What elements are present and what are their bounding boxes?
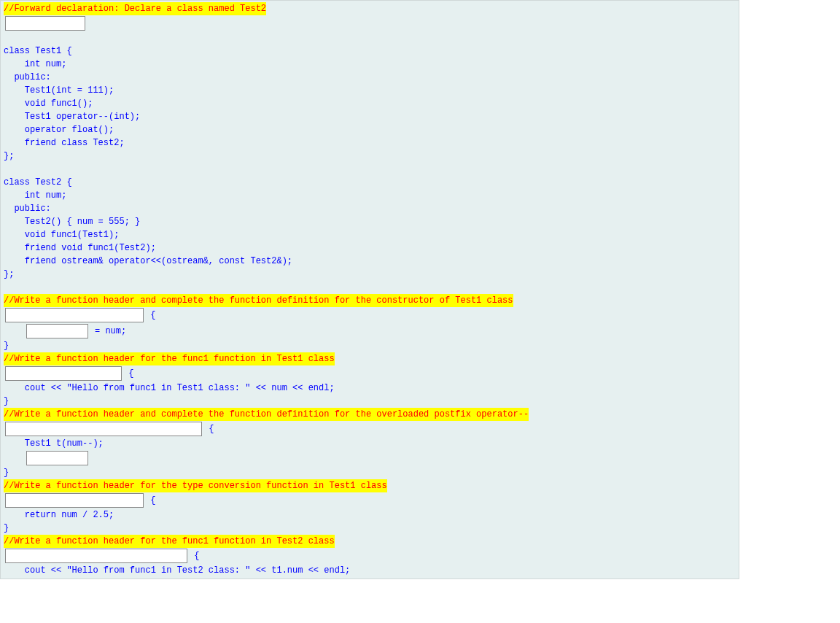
input-func1-test1-header[interactable]: [5, 366, 122, 381]
code-line: operator float();: [4, 123, 114, 136]
code-line: int num;: [4, 189, 66, 202]
code-text: {: [123, 367, 133, 380]
comment-forward-decl: //Forward declaration: Declare a class n…: [4, 2, 266, 15]
code-line: class Test1 {: [4, 44, 72, 58]
code-line: friend ostream& operator<<(ostream&, con…: [4, 255, 292, 268]
code-line: public:: [4, 202, 51, 215]
comment-postfix: //Write a function header and complete t…: [4, 408, 529, 421]
code-text: {: [145, 494, 155, 507]
code-text: {: [189, 549, 199, 562]
input-typeconv-header[interactable]: [5, 493, 144, 508]
input-constructor-body[interactable]: [26, 324, 88, 338]
code-line: void func1(Test1);: [4, 228, 119, 241]
code-line: friend void func1(Test2);: [4, 241, 156, 255]
comment-constructor: //Write a function header and complete t…: [4, 294, 513, 307]
code-line: }: [4, 339, 9, 352]
code-line: Test1(int = 111);: [4, 84, 114, 97]
input-forward-decl[interactable]: [5, 16, 85, 31]
code-line: }: [4, 522, 9, 535]
code-line: };: [4, 268, 14, 281]
code-line: }: [4, 395, 9, 408]
code-line: }: [4, 466, 9, 479]
code-line: class Test2 {: [4, 176, 72, 189]
code-line: Test1 t(num--);: [4, 437, 104, 450]
code-block: //Forward declaration: Declare a class n…: [0, 0, 739, 579]
code-line: void func1();: [4, 97, 93, 110]
code-line: cout << "Hello from func1 in Test2 class…: [4, 564, 350, 577]
comment-func1-test1: //Write a function header for the func1 …: [4, 352, 335, 365]
comment-func1-test2: //Write a function header for the func1 …: [4, 535, 335, 548]
code-line: int num;: [4, 58, 66, 71]
code-text: {: [145, 309, 155, 322]
input-constructor-header[interactable]: [5, 308, 144, 322]
code-line: Test2() { num = 555; }: [4, 215, 140, 228]
code-text: [4, 452, 25, 465]
input-func1-test2-header[interactable]: [5, 549, 187, 563]
code-line: public:: [4, 71, 51, 84]
comment-typeconv: //Write a function header for the type c…: [4, 479, 387, 492]
input-postfix-header[interactable]: [5, 422, 202, 436]
code-line: Test1 operator--(int);: [4, 110, 140, 123]
code-line: cout << "Hello from func1 in Test1 class…: [4, 382, 335, 395]
code-line: return num / 2.5;: [4, 508, 114, 522]
code-text: {: [203, 422, 214, 436]
input-postfix-body[interactable]: [26, 451, 88, 465]
code-text: = num;: [90, 325, 126, 338]
code-line: };: [4, 150, 14, 163]
code-text: [4, 325, 25, 338]
code-line: friend class Test2;: [4, 136, 125, 150]
